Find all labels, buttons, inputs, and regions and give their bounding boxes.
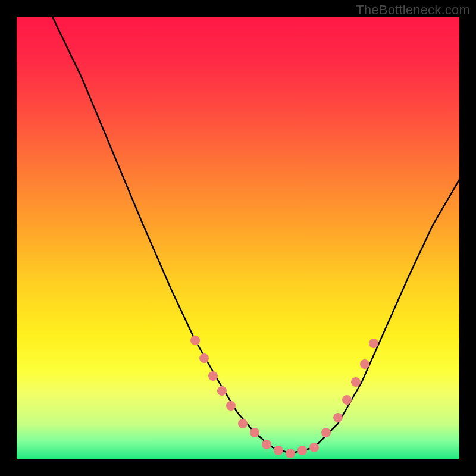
highlight-dot: [351, 377, 361, 387]
highlight-dot: [298, 446, 307, 455]
plot-area: [17, 17, 459, 459]
highlight-dot: [190, 336, 200, 345]
highlight-dot: [333, 413, 343, 422]
main-curve: [52, 17, 459, 453]
highlight-dot: [217, 386, 227, 396]
highlight-dot: [321, 428, 331, 437]
highlight-dot: [250, 428, 259, 437]
highlight-dot: [208, 371, 218, 381]
highlight-dot: [238, 419, 248, 428]
curve-layer: [17, 17, 459, 459]
chart-frame: TheBottleneck.com: [0, 0, 476, 476]
highlight-dot: [286, 449, 295, 458]
highlight-dot: [309, 443, 319, 452]
highlight-dot: [342, 395, 352, 405]
highlight-dot: [369, 339, 378, 348]
highlight-dot: [262, 440, 271, 449]
highlight-dot: [226, 401, 236, 411]
highlight-dot: [199, 353, 209, 363]
highlight-dot: [360, 359, 369, 369]
highlight-dots-group: [190, 336, 378, 458]
highlight-dot: [274, 446, 283, 455]
watermark-text: TheBottleneck.com: [356, 2, 470, 18]
